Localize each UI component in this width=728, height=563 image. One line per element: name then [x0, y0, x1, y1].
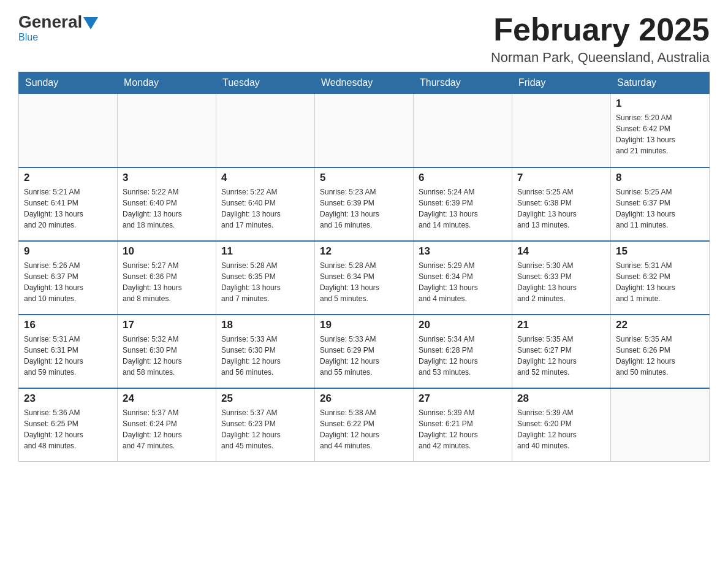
calendar-cell	[216, 94, 315, 167]
title-section: February 2025 Norman Park, Queensland, A…	[491, 12, 710, 66]
calendar-cell: 25Sunrise: 5:37 AM Sunset: 6:23 PM Dayli…	[216, 388, 315, 462]
day-info: Sunrise: 5:39 AM Sunset: 6:20 PM Dayligh…	[517, 407, 605, 451]
calendar-cell: 28Sunrise: 5:39 AM Sunset: 6:20 PM Dayli…	[512, 388, 611, 462]
calendar-cell: 18Sunrise: 5:33 AM Sunset: 6:30 PM Dayli…	[216, 315, 315, 388]
day-number: 11	[221, 245, 309, 258]
calendar-cell	[19, 94, 118, 167]
day-info: Sunrise: 5:25 AM Sunset: 6:37 PM Dayligh…	[616, 186, 704, 231]
day-number: 20	[419, 319, 507, 331]
day-number: 8	[616, 172, 704, 184]
calendar-table: SundayMondayTuesdayWednesdayThursdayFrid…	[18, 72, 710, 462]
calendar-cell: 7Sunrise: 5:25 AM Sunset: 6:38 PM Daylig…	[512, 167, 611, 241]
day-number: 13	[419, 245, 507, 258]
calendar-cell: 3Sunrise: 5:22 AM Sunset: 6:40 PM Daylig…	[118, 167, 216, 241]
day-info: Sunrise: 5:35 AM Sunset: 6:26 PM Dayligh…	[616, 334, 704, 378]
day-info: Sunrise: 5:24 AM Sunset: 6:39 PM Dayligh…	[419, 186, 507, 231]
day-info: Sunrise: 5:38 AM Sunset: 6:22 PM Dayligh…	[320, 407, 408, 451]
calendar-cell: 19Sunrise: 5:33 AM Sunset: 6:29 PM Dayli…	[315, 315, 414, 388]
day-number: 16	[24, 319, 112, 331]
day-info: Sunrise: 5:32 AM Sunset: 6:30 PM Dayligh…	[123, 334, 211, 378]
calendar-cell: 1Sunrise: 5:20 AM Sunset: 6:42 PM Daylig…	[611, 94, 710, 167]
day-number: 10	[123, 245, 211, 258]
calendar-cell: 4Sunrise: 5:22 AM Sunset: 6:40 PM Daylig…	[216, 167, 315, 241]
calendar-cell: 5Sunrise: 5:23 AM Sunset: 6:39 PM Daylig…	[315, 167, 414, 241]
calendar-cell: 12Sunrise: 5:28 AM Sunset: 6:34 PM Dayli…	[315, 241, 414, 315]
page-header: General Blue February 2025 Norman Park, …	[18, 12, 710, 66]
day-info: Sunrise: 5:22 AM Sunset: 6:40 PM Dayligh…	[221, 186, 309, 231]
calendar-header-monday: Monday	[118, 72, 216, 94]
day-number: 18	[221, 319, 309, 331]
day-number: 4	[221, 172, 309, 184]
calendar-week-row-5: 23Sunrise: 5:36 AM Sunset: 6:25 PM Dayli…	[19, 388, 710, 462]
calendar-week-row-4: 16Sunrise: 5:31 AM Sunset: 6:31 PM Dayli…	[19, 315, 710, 388]
day-info: Sunrise: 5:27 AM Sunset: 6:36 PM Dayligh…	[123, 260, 211, 304]
day-number: 12	[320, 245, 408, 258]
day-number: 6	[419, 172, 507, 184]
day-info: Sunrise: 5:28 AM Sunset: 6:34 PM Dayligh…	[320, 260, 408, 304]
day-info: Sunrise: 5:37 AM Sunset: 6:23 PM Dayligh…	[221, 407, 309, 451]
calendar-header-saturday: Saturday	[611, 72, 710, 94]
calendar-cell	[414, 94, 512, 167]
day-number: 25	[221, 393, 309, 405]
day-info: Sunrise: 5:33 AM Sunset: 6:30 PM Dayligh…	[221, 334, 309, 378]
day-number: 5	[320, 172, 408, 184]
calendar-week-row-3: 9Sunrise: 5:26 AM Sunset: 6:37 PM Daylig…	[19, 241, 710, 315]
calendar-cell: 26Sunrise: 5:38 AM Sunset: 6:22 PM Dayli…	[315, 388, 414, 462]
day-number: 9	[24, 245, 112, 258]
day-info: Sunrise: 5:23 AM Sunset: 6:39 PM Dayligh…	[320, 186, 408, 231]
calendar-header-row: SundayMondayTuesdayWednesdayThursdayFrid…	[19, 72, 710, 94]
day-number: 7	[517, 172, 605, 184]
day-number: 14	[517, 245, 605, 258]
month-title: February 2025	[491, 12, 710, 47]
calendar-cell: 2Sunrise: 5:21 AM Sunset: 6:41 PM Daylig…	[19, 167, 118, 241]
calendar-header-thursday: Thursday	[414, 72, 512, 94]
calendar-header-wednesday: Wednesday	[315, 72, 414, 94]
day-info: Sunrise: 5:20 AM Sunset: 6:42 PM Dayligh…	[616, 112, 704, 156]
calendar-cell: 6Sunrise: 5:24 AM Sunset: 6:39 PM Daylig…	[414, 167, 512, 241]
day-info: Sunrise: 5:39 AM Sunset: 6:21 PM Dayligh…	[419, 407, 507, 451]
day-number: 17	[123, 319, 211, 331]
logo-general-text: General	[18, 12, 82, 32]
day-number: 1	[616, 98, 704, 110]
day-info: Sunrise: 5:34 AM Sunset: 6:28 PM Dayligh…	[419, 334, 507, 378]
day-number: 24	[123, 393, 211, 405]
calendar-cell: 21Sunrise: 5:35 AM Sunset: 6:27 PM Dayli…	[512, 315, 611, 388]
calendar-cell: 15Sunrise: 5:31 AM Sunset: 6:32 PM Dayli…	[611, 241, 710, 315]
day-info: Sunrise: 5:30 AM Sunset: 6:33 PM Dayligh…	[517, 260, 605, 304]
day-info: Sunrise: 5:31 AM Sunset: 6:31 PM Dayligh…	[24, 334, 112, 378]
calendar-cell: 17Sunrise: 5:32 AM Sunset: 6:30 PM Dayli…	[118, 315, 216, 388]
calendar-cell: 23Sunrise: 5:36 AM Sunset: 6:25 PM Dayli…	[19, 388, 118, 462]
calendar-week-row-2: 2Sunrise: 5:21 AM Sunset: 6:41 PM Daylig…	[19, 167, 710, 241]
day-info: Sunrise: 5:37 AM Sunset: 6:24 PM Dayligh…	[123, 407, 211, 451]
logo-triangle-icon	[83, 17, 98, 29]
calendar-header-friday: Friday	[512, 72, 611, 94]
calendar-cell: 24Sunrise: 5:37 AM Sunset: 6:24 PM Dayli…	[118, 388, 216, 462]
day-number: 28	[517, 393, 605, 405]
calendar-cell: 14Sunrise: 5:30 AM Sunset: 6:33 PM Dayli…	[512, 241, 611, 315]
day-number: 15	[616, 245, 704, 258]
calendar-header-sunday: Sunday	[19, 72, 118, 94]
calendar-cell: 9Sunrise: 5:26 AM Sunset: 6:37 PM Daylig…	[19, 241, 118, 315]
day-number: 2	[24, 172, 112, 184]
day-info: Sunrise: 5:25 AM Sunset: 6:38 PM Dayligh…	[517, 186, 605, 231]
calendar-week-row-1: 1Sunrise: 5:20 AM Sunset: 6:42 PM Daylig…	[19, 94, 710, 167]
calendar-cell	[512, 94, 611, 167]
day-number: 23	[24, 393, 112, 405]
calendar-cell: 11Sunrise: 5:28 AM Sunset: 6:35 PM Dayli…	[216, 241, 315, 315]
logo-blue-text: Blue	[18, 32, 38, 43]
calendar-cell: 22Sunrise: 5:35 AM Sunset: 6:26 PM Dayli…	[611, 315, 710, 388]
day-info: Sunrise: 5:28 AM Sunset: 6:35 PM Dayligh…	[221, 260, 309, 304]
day-number: 26	[320, 393, 408, 405]
calendar-cell: 20Sunrise: 5:34 AM Sunset: 6:28 PM Dayli…	[414, 315, 512, 388]
day-number: 27	[419, 393, 507, 405]
day-info: Sunrise: 5:33 AM Sunset: 6:29 PM Dayligh…	[320, 334, 408, 378]
calendar-cell: 27Sunrise: 5:39 AM Sunset: 6:21 PM Dayli…	[414, 388, 512, 462]
day-number: 21	[517, 319, 605, 331]
day-number: 3	[123, 172, 211, 184]
calendar-header-tuesday: Tuesday	[216, 72, 315, 94]
calendar-cell: 10Sunrise: 5:27 AM Sunset: 6:36 PM Dayli…	[118, 241, 216, 315]
logo: General Blue	[18, 12, 98, 43]
day-info: Sunrise: 5:36 AM Sunset: 6:25 PM Dayligh…	[24, 407, 112, 451]
calendar-cell	[118, 94, 216, 167]
location-title: Norman Park, Queensland, Australia	[491, 50, 710, 66]
